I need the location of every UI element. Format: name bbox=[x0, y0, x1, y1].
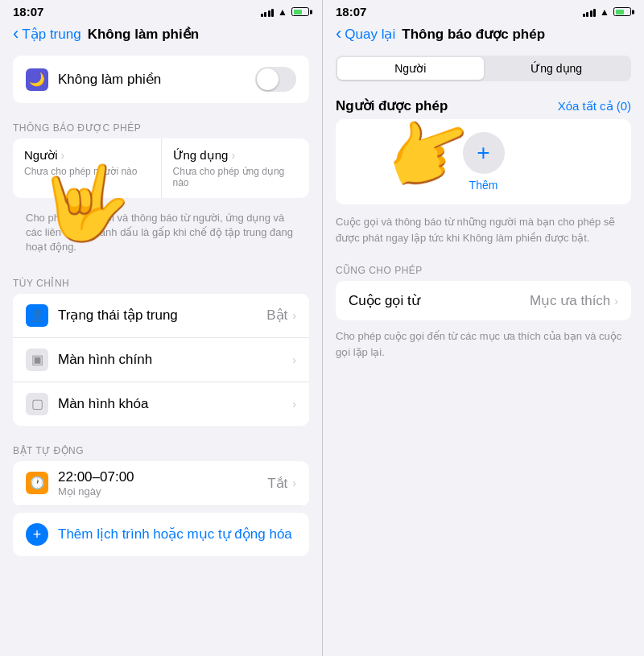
right-content: Người được phép Xóa tất cả (0) + Thêm 👉 … bbox=[323, 91, 644, 656]
schedule-clock-icon: 🕐 bbox=[26, 472, 48, 494]
right-page-title: Thông báo được phép bbox=[402, 26, 545, 43]
section-bat-tu-dong-header: BẬT TỰ ĐỘNG bbox=[0, 432, 322, 461]
schedule-chevron-icon: › bbox=[292, 477, 296, 489]
add-schedule-label: Thêm lịch trình hoặc mục tự động hóa bbox=[58, 526, 292, 543]
add-schedule-icon: + bbox=[26, 523, 48, 546]
left-back-arrow-icon: ‹ bbox=[13, 25, 19, 43]
right-info-text: Cuộc gọi và thông báo từ những người mà … bbox=[323, 211, 644, 258]
section-thong-bao-header: THÔNG BÁO ĐƯỢC PHÉP bbox=[0, 109, 322, 138]
cung-section-header: CŨNG CHO PHÉP bbox=[323, 258, 644, 281]
thong-bao-info-text: Cho phép cuộc gọi và thông báo từ người,… bbox=[0, 204, 322, 265]
two-col-permissions: Người › Chưa cho phép người nào Ứng dụng… bbox=[13, 138, 309, 198]
right-status-icons: ▲ bbox=[583, 6, 631, 18]
left-nav-bar: ‹ Tập trung Không làm phiền bbox=[0, 22, 322, 49]
ung-dung-cell[interactable]: Ứng dụng › Chưa cho phép ứng dụng nào bbox=[162, 138, 310, 198]
schedule-text: 22:00–07:00 Mọi ngày bbox=[58, 469, 267, 497]
right-wifi-icon: ▲ bbox=[600, 6, 609, 18]
ung-dung-title: Ứng dụng › bbox=[173, 148, 299, 163]
man-hinh-khoa-label: Màn hình khóa bbox=[58, 396, 292, 412]
trang-thai-label: Trạng thái tập trung bbox=[58, 307, 266, 324]
calls-info-text: Cho phép cuộc gọi đến từ các mục ưa thíc… bbox=[323, 325, 644, 373]
main-toggle-label: Không làm phiền bbox=[58, 71, 255, 88]
signal-icon bbox=[261, 7, 275, 17]
left-back-button[interactable]: ‹ Tập trung bbox=[13, 25, 81, 43]
nguoi-title: Người › bbox=[24, 148, 150, 163]
add-schedule-row[interactable]: + Thêm lịch trình hoặc mục tự động hóa bbox=[13, 513, 309, 556]
schedule-value: Tắt bbox=[267, 475, 287, 492]
right-back-label: Quay lại bbox=[345, 26, 395, 43]
tuy-chinh-card: 👤 Trạng thái tập trung Bật › ▣ Màn hình … bbox=[13, 294, 309, 426]
man-hinh-khoa-chevron-icon: › bbox=[292, 398, 296, 411]
schedule-row[interactable]: 🕐 22:00–07:00 Mọi ngày Tắt › bbox=[13, 461, 309, 506]
man-hinh-chinh-chevron-icon: › bbox=[292, 353, 296, 366]
right-panel: 18:07 ▲ ‹ Quay lại Thông báo được phép N… bbox=[322, 0, 644, 656]
man-hinh-khoa-row[interactable]: ▢ Màn hình khóa › bbox=[13, 382, 309, 426]
man-hinh-khoa-icon: ▢ bbox=[26, 393, 48, 415]
wifi-icon: ▲ bbox=[278, 6, 287, 18]
left-page-title: Không làm phiền bbox=[88, 26, 199, 43]
man-hinh-chinh-label: Màn hình chính bbox=[58, 352, 292, 368]
left-status-icons: ▲ bbox=[261, 6, 309, 18]
left-back-label: Tập trung bbox=[22, 26, 80, 43]
nguoi-cell[interactable]: Người › Chưa cho phép người nào bbox=[13, 138, 162, 198]
right-time: 18:07 bbox=[336, 5, 366, 19]
ung-dung-subtitle: Chưa cho phép ứng dụng nào bbox=[173, 166, 299, 188]
calls-chevron-icon: › bbox=[614, 295, 618, 307]
moon-icon: 🌙 bbox=[26, 68, 48, 91]
section-tuy-chinh-header: TÙY CHỈNH bbox=[0, 265, 322, 294]
right-back-arrow-icon: ‹ bbox=[336, 25, 341, 43]
right-signal-icon bbox=[583, 7, 597, 17]
right-battery-icon bbox=[613, 7, 631, 16]
nguoi-subtitle: Chưa cho phép người nào bbox=[24, 166, 150, 177]
schedule-card: 🕐 22:00–07:00 Mọi ngày Tắt › bbox=[13, 461, 309, 506]
left-time: 18:07 bbox=[13, 5, 43, 19]
segment-nguoi[interactable]: Người bbox=[337, 57, 484, 80]
left-panel: 18:07 ▲ ‹ Tập trung Không làm phiền 🌙 bbox=[0, 0, 322, 656]
segment-control[interactable]: Người Ứng dụng bbox=[336, 56, 631, 81]
trang-thai-row[interactable]: 👤 Trạng thái tập trung Bật › bbox=[13, 294, 309, 338]
them-label: Thêm bbox=[469, 179, 498, 192]
right-back-button[interactable]: ‹ Quay lại bbox=[336, 25, 395, 43]
main-toggle-switch[interactable] bbox=[255, 67, 296, 92]
calls-row[interactable]: Cuộc gọi từ Mục ưa thích › bbox=[336, 281, 631, 320]
segment-ung-dung[interactable]: Ứng dụng bbox=[484, 57, 630, 80]
add-person-button[interactable]: + bbox=[463, 132, 505, 174]
nguoi-duoc-phep-section: Người được phép Xóa tất cả (0) bbox=[323, 91, 644, 119]
battery-icon bbox=[291, 7, 309, 16]
toggle-knob bbox=[257, 68, 279, 90]
ung-dung-chevron-icon: › bbox=[231, 149, 235, 162]
xoa-tat-ca-button[interactable]: Xóa tất cả (0) bbox=[558, 99, 631, 113]
trang-thai-chevron-icon: › bbox=[292, 309, 296, 322]
trang-thai-value: Bật bbox=[266, 307, 287, 324]
trang-thai-icon: 👤 bbox=[26, 304, 48, 327]
man-hinh-chinh-icon: ▣ bbox=[26, 349, 48, 371]
left-status-bar: 18:07 ▲ bbox=[0, 0, 322, 22]
right-status-bar: 18:07 ▲ bbox=[323, 0, 644, 22]
nguoi-chevron-icon: › bbox=[61, 149, 65, 162]
left-content: 🌙 Không làm phiền THÔNG BÁO ĐƯỢC PHÉP Ng… bbox=[0, 49, 322, 656]
schedule-sub: Mọi ngày bbox=[58, 485, 267, 497]
main-toggle-row[interactable]: 🌙 Không làm phiền bbox=[13, 56, 309, 103]
man-hinh-chinh-row[interactable]: ▣ Màn hình chính › bbox=[13, 338, 309, 382]
add-person-card: + Thêm 👉 bbox=[336, 119, 631, 204]
right-nav-bar: ‹ Quay lại Thông báo được phép bbox=[323, 22, 644, 49]
section-nguoi-duoc-phep-title: Người được phép bbox=[336, 97, 448, 114]
calls-label: Cuộc gọi từ bbox=[349, 292, 530, 309]
schedule-time: 22:00–07:00 bbox=[58, 469, 267, 485]
calls-value: Mục ưa thích bbox=[530, 292, 610, 309]
